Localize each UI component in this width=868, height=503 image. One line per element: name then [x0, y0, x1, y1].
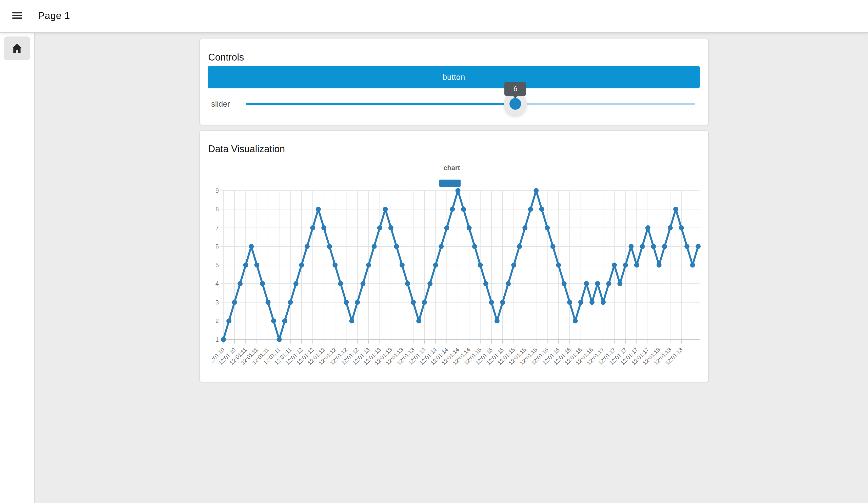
data-point	[534, 188, 539, 193]
controls-card: Controls button slider 6	[199, 39, 709, 125]
data-point	[355, 300, 360, 305]
slider-handle-knob	[509, 98, 521, 110]
data-point	[450, 207, 455, 212]
data-point	[528, 207, 533, 212]
home-icon	[11, 43, 23, 54]
data-point	[651, 244, 656, 249]
data-point	[416, 318, 421, 324]
data-point	[645, 225, 651, 230]
data-point	[271, 318, 276, 324]
data-point	[679, 225, 684, 230]
data-point	[293, 281, 299, 286]
data-point	[260, 281, 265, 286]
slider-value: 6	[513, 85, 517, 93]
action-button[interactable]: button	[208, 66, 700, 89]
data-point	[327, 244, 332, 249]
data-point	[226, 318, 231, 324]
y-tick-label: 9	[216, 187, 219, 194]
y-tick-label: 2	[216, 317, 219, 324]
data-point	[389, 225, 393, 230]
data-point	[310, 225, 315, 230]
data-point	[400, 263, 405, 268]
y-tick-label: 8	[216, 206, 219, 213]
data-point	[657, 263, 662, 268]
data-point	[472, 244, 477, 249]
y-tick-label: 4	[216, 280, 219, 287]
page-title: Page 1	[38, 10, 70, 21]
chart-canvas[interactable]: 12:01:1012:01:1012:01:1112:01:1112:01:11…	[212, 157, 708, 378]
legend-swatch[interactable]	[439, 179, 461, 187]
sidebar	[0, 32, 35, 503]
data-point	[288, 300, 293, 305]
data-point	[500, 300, 505, 305]
data-point	[422, 300, 427, 305]
y-tick-label: 6	[216, 243, 219, 250]
data-point	[427, 281, 433, 286]
data-point	[377, 225, 382, 230]
y-tick-label: 5	[216, 261, 219, 268]
data-point	[316, 207, 321, 212]
data-point	[238, 281, 242, 286]
data-point	[254, 263, 259, 268]
viz-card-title: Data Visualization	[208, 144, 285, 154]
data-point	[338, 281, 343, 286]
data-point	[438, 244, 444, 249]
data-point	[366, 263, 371, 268]
data-point	[405, 281, 410, 286]
hamburger-icon[interactable]	[12, 12, 22, 21]
slider-track[interactable]	[246, 103, 695, 105]
data-point	[372, 244, 377, 249]
data-point	[243, 263, 248, 268]
y-tick-label: 1	[216, 336, 219, 343]
slider-label: slider	[211, 100, 230, 109]
data-point	[584, 281, 589, 286]
top-bar: Page 1	[0, 0, 868, 33]
data-point	[539, 207, 544, 212]
data-point	[394, 244, 399, 249]
home-button[interactable]	[4, 37, 30, 60]
data-point	[344, 300, 349, 305]
data-point	[282, 318, 287, 324]
y-tick-label: 7	[216, 224, 219, 231]
data-point	[550, 244, 556, 249]
data-point	[249, 244, 254, 249]
data-point	[511, 263, 516, 268]
data-point	[221, 337, 226, 342]
data-point	[556, 263, 561, 268]
data-point	[478, 263, 483, 268]
data-point	[467, 225, 472, 230]
data-point	[640, 244, 645, 249]
slider-fill	[246, 103, 515, 105]
data-point	[612, 263, 617, 268]
data-point	[668, 225, 673, 230]
data-point	[277, 337, 282, 342]
data-point	[517, 244, 522, 249]
data-point	[567, 300, 572, 305]
data-point	[673, 207, 678, 212]
data-point	[361, 281, 366, 286]
data-visualization-card: Data Visualization 12:01:1012:01:1012:01…	[199, 131, 709, 382]
data-point	[617, 281, 622, 286]
data-point	[299, 263, 304, 268]
data-point	[433, 263, 438, 268]
data-point	[265, 300, 270, 305]
data-point	[634, 263, 639, 268]
data-point	[562, 281, 567, 286]
chart-title: chart	[443, 164, 460, 172]
data-point	[545, 225, 550, 230]
data-point	[573, 318, 578, 324]
data-point	[523, 225, 527, 230]
slider-value-tooltip: 6	[504, 82, 526, 96]
data-point	[455, 188, 461, 193]
data-point	[695, 244, 701, 249]
data-point	[662, 244, 667, 249]
data-point	[690, 263, 695, 268]
controls-card-title: Controls	[208, 52, 244, 63]
data-point	[601, 300, 606, 305]
data-point	[444, 225, 449, 230]
y-tick-label: 3	[216, 299, 219, 306]
data-point	[349, 318, 354, 324]
data-point	[483, 281, 488, 286]
data-point	[383, 207, 388, 212]
data-point	[232, 300, 237, 305]
